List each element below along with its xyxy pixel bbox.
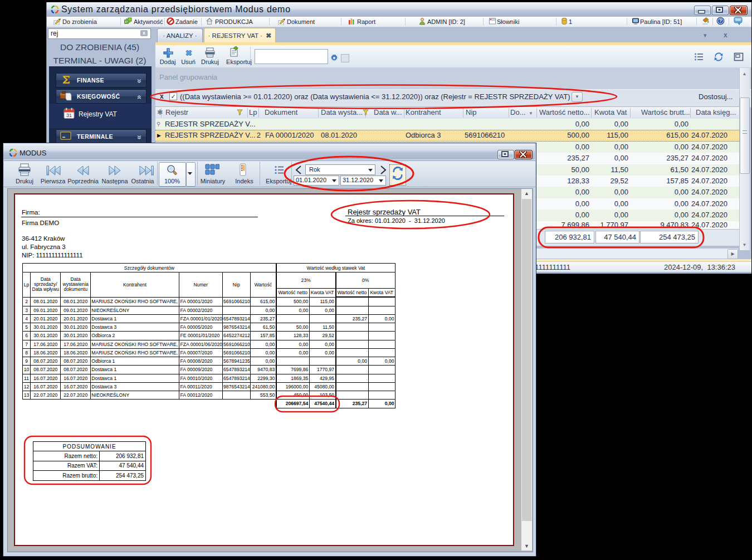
svg-text:31: 31	[66, 113, 72, 118]
svg-text:?: ?	[719, 18, 722, 23]
